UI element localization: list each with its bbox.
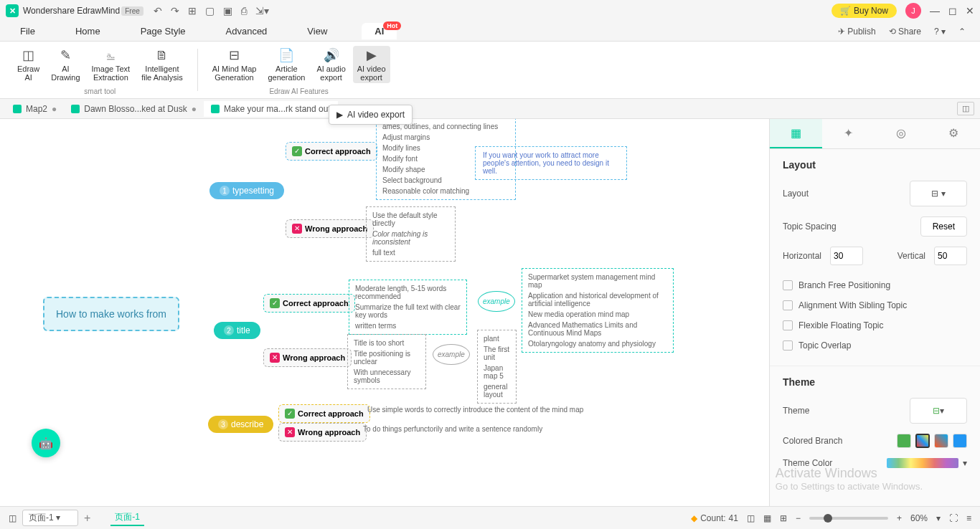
describe-wrong-detail[interactable]: To do things perfunctorily and write a s… bbox=[363, 425, 542, 433]
zoom-thumb[interactable] bbox=[824, 514, 832, 523]
swatch-green[interactable] bbox=[897, 434, 911, 448]
maximize-icon[interactable]: ◻ bbox=[948, 5, 957, 16]
view-icon-3[interactable]: ⊞ bbox=[780, 513, 787, 523]
buy-now-button[interactable]: 🛒Buy Now bbox=[831, 4, 897, 18]
cb-branch-free[interactable]: Branch Free Positioning bbox=[783, 275, 967, 295]
help-icon[interactable]: ? ▾ bbox=[934, 27, 946, 37]
page-tab-active[interactable]: 页面-1 bbox=[110, 510, 144, 526]
open-icon[interactable]: ▢ bbox=[205, 5, 215, 16]
doc-tab-3[interactable]: Make your ma...rk stand out bbox=[204, 101, 338, 117]
save-icon[interactable]: ▣ bbox=[223, 5, 232, 16]
checkbox[interactable] bbox=[783, 340, 793, 351]
panel-toggle-icon[interactable]: ≡ bbox=[966, 513, 971, 523]
cb-overlap[interactable]: Topic Overlap bbox=[783, 335, 967, 356]
theme-select[interactable]: ⊟▾ bbox=[910, 398, 967, 424]
panel-tab-position[interactable]: ◎ bbox=[875, 119, 928, 148]
panel-tab-style[interactable]: ✦ bbox=[822, 119, 875, 148]
cb-flexible[interactable]: Flexible Floating Topic bbox=[783, 315, 967, 335]
undo-icon[interactable]: ↶ bbox=[154, 5, 162, 16]
checkbox[interactable] bbox=[783, 280, 793, 290]
menu-home[interactable]: Home bbox=[70, 23, 106, 39]
details-wrong-title[interactable]: Title is too short Title positioning is … bbox=[347, 334, 426, 389]
menu-ai[interactable]: AIHot bbox=[362, 23, 397, 39]
close-icon[interactable]: ✕ bbox=[966, 5, 974, 16]
menu-view[interactable]: View bbox=[301, 23, 333, 39]
view-icon-1[interactable]: ◫ bbox=[747, 513, 755, 523]
correct-approach-1[interactable]: ✓Correct approach bbox=[286, 142, 377, 161]
describe-correct-detail[interactable]: Use simple words to correctly introduce … bbox=[367, 406, 583, 414]
edraw-ai-button[interactable]: ◫Edraw AI bbox=[13, 46, 44, 83]
zoom-in-icon[interactable]: + bbox=[897, 513, 902, 523]
cross-icon: ✕ bbox=[292, 224, 302, 234]
sub-title[interactable]: 2title bbox=[214, 322, 260, 339]
layout-select[interactable]: ⊟▾ bbox=[910, 181, 967, 206]
wrong-approach-1[interactable]: ✕Wrong approach bbox=[286, 219, 374, 238]
zoom-value[interactable]: 60% bbox=[910, 513, 928, 523]
vertical-label: Vertical bbox=[897, 251, 925, 261]
view-icon-2[interactable]: ▦ bbox=[763, 513, 771, 523]
example-oval-2[interactable]: example bbox=[433, 344, 470, 365]
video-export-button[interactable]: ▶AI video export bbox=[353, 46, 390, 83]
vertical-input[interactable] bbox=[934, 247, 967, 265]
checkbox[interactable] bbox=[783, 320, 793, 330]
print-icon[interactable]: ⎙ bbox=[241, 5, 247, 16]
example-oval-1[interactable]: example bbox=[478, 291, 515, 312]
zoom-slider[interactable] bbox=[809, 517, 888, 520]
cb-alignment[interactable]: Alignment With Sibling Topic bbox=[783, 295, 967, 315]
swatch-blue[interactable] bbox=[953, 434, 967, 448]
checkbox[interactable] bbox=[783, 300, 793, 310]
menu-file[interactable]: File bbox=[14, 23, 41, 39]
correct-approach-2[interactable]: ✓Correct approach bbox=[263, 294, 355, 313]
details-title-examples[interactable]: Supermarket system management mind map A… bbox=[522, 268, 674, 353]
minimize-icon[interactable]: — bbox=[930, 5, 940, 16]
add-page-icon[interactable]: + bbox=[84, 512, 90, 525]
tab-close-icon[interactable]: ● bbox=[192, 104, 197, 114]
image-text-button[interactable]: ⎁Image Text Extraction bbox=[88, 46, 135, 83]
file-analysis-button[interactable]: 🗎Intelligent file Analysis bbox=[137, 46, 187, 83]
doc-tab-1[interactable]: Map2● bbox=[6, 101, 64, 117]
doc-tab-2[interactable]: Dawn Blosso...ked at Dusk● bbox=[64, 101, 204, 117]
share-button[interactable]: ⟲ Share bbox=[889, 27, 921, 37]
menu-advanced[interactable]: Advanced bbox=[220, 23, 273, 39]
horizontal-input[interactable] bbox=[830, 247, 863, 265]
details-wrong-typesetting[interactable]: Use the default style directly Color mat… bbox=[366, 206, 456, 262]
swatch-multi[interactable] bbox=[915, 434, 930, 448]
mind-map-gen-button[interactable]: ⊟AI Mind Map Generation bbox=[208, 46, 261, 83]
panel-tab-layout[interactable]: ▦ bbox=[770, 119, 822, 148]
root-node[interactable]: How to make works from bbox=[43, 297, 179, 331]
page-dropdown[interactable]: 页面-1 ▾ bbox=[22, 510, 78, 526]
windows-watermark: Activate Windows Go to Settings to activ… bbox=[776, 466, 923, 492]
chevron-down-icon[interactable]: ▾ bbox=[936, 513, 941, 523]
article-gen-button[interactable]: 📄Article generation bbox=[263, 46, 309, 83]
fullscreen-icon[interactable]: ⛶ bbox=[949, 513, 958, 523]
canvas[interactable]: How to make works from 1typesetting 2tit… bbox=[0, 119, 769, 506]
audio-export-button[interactable]: 🔊AI audio export bbox=[312, 46, 349, 83]
wrong-approach-2[interactable]: ✕Wrong approach bbox=[263, 348, 352, 367]
zoom-out-icon[interactable]: − bbox=[796, 513, 801, 523]
hot-badge: Hot bbox=[383, 22, 401, 30]
menu-page-style[interactable]: Page Style bbox=[135, 23, 192, 39]
collapse-icon[interactable]: ⌃ bbox=[958, 27, 966, 37]
publish-button[interactable]: ✈ Publish bbox=[838, 27, 876, 37]
details-wrong-examples[interactable]: plant The first unit Japan map 5 general… bbox=[477, 330, 517, 404]
correct-approach-3[interactable]: ✓Correct approach bbox=[278, 404, 370, 423]
ai-chat-button[interactable]: 🤖 bbox=[32, 429, 60, 457]
details-correct-title[interactable]: Moderate length, 5-15 words recommended … bbox=[349, 280, 467, 335]
sub-describe[interactable]: 3describe bbox=[208, 416, 273, 433]
tab-close-icon[interactable]: ● bbox=[52, 104, 57, 114]
swatch-alt[interactable] bbox=[934, 434, 948, 448]
sidebar-toggle-icon[interactable]: ◫ bbox=[9, 513, 17, 523]
sub-typesetting[interactable]: 1typesetting bbox=[209, 182, 284, 199]
new-icon[interactable]: ⊞ bbox=[188, 5, 197, 16]
chevron-down-icon[interactable]: ▾ bbox=[963, 458, 967, 468]
check-icon: ✓ bbox=[292, 146, 302, 156]
wrong-approach-3[interactable]: ✕Wrong approach bbox=[278, 423, 367, 442]
export-icon[interactable]: ⇲▾ bbox=[255, 5, 269, 16]
ai-drawing-button[interactable]: ✎AI Drawing bbox=[47, 46, 84, 83]
reset-button[interactable]: Reset bbox=[920, 216, 967, 237]
layout-toggle-icon[interactable]: ◫ bbox=[957, 102, 974, 115]
callout-note[interactable]: If you want your work to attract more pe… bbox=[475, 146, 627, 180]
user-avatar[interactable]: J bbox=[905, 3, 921, 19]
redo-icon[interactable]: ↷ bbox=[171, 5, 179, 16]
panel-tab-settings[interactable]: ⚙ bbox=[928, 119, 980, 148]
